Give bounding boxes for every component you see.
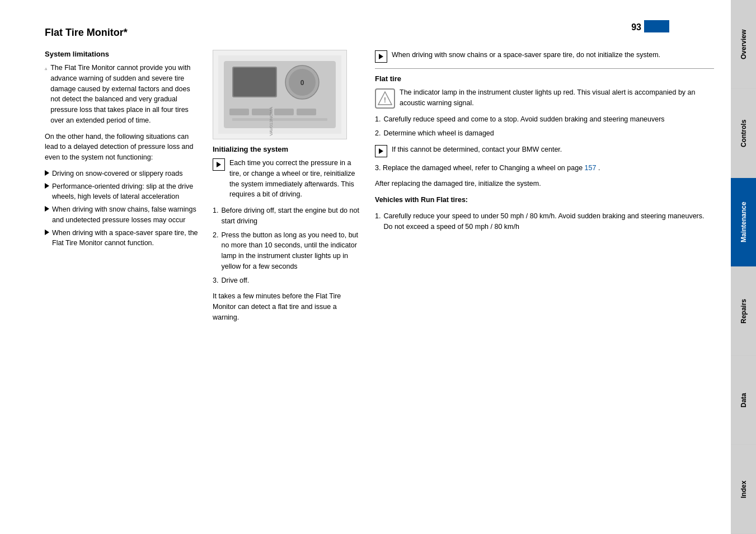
bullet-icon bbox=[45, 170, 49, 176]
footer-note: It takes a few minutes before the Flat T… bbox=[213, 291, 364, 322]
warning-text: The Flat Tire Monitor cannot provide you… bbox=[50, 63, 201, 126]
sidebar-tab-repairs-label: Repairs bbox=[740, 299, 748, 324]
page-number: 93 bbox=[631, 22, 641, 32]
sidebar-tab-controls[interactable]: Controls bbox=[731, 89, 756, 178]
flat-tire-heading: Flat tire bbox=[375, 74, 714, 83]
sidebar-tab-index[interactable]: Index bbox=[731, 445, 756, 534]
list-item-text: Performance-oriented driving: slip at th… bbox=[52, 181, 201, 203]
system-limitations-heading: System limitations bbox=[45, 50, 201, 58]
middle-column: 0 VAV013NCMA Initializing the system bbox=[213, 50, 364, 329]
main-content: 93 Flat Tire Monitor* System limitations… bbox=[0, 0, 731, 534]
sidebar-tab-overview[interactable]: Overview bbox=[731, 0, 756, 89]
sidebar-tab-index-label: Index bbox=[740, 480, 748, 498]
bullet-icon bbox=[45, 183, 49, 189]
contact-icon bbox=[375, 145, 387, 157]
sidebar-tab-repairs[interactable]: Repairs bbox=[731, 267, 756, 356]
sidebar-tab-controls-label: Controls bbox=[740, 119, 748, 147]
svg-rect-9 bbox=[229, 109, 249, 115]
flat-tire-icon: ! bbox=[375, 88, 395, 109]
list-item-text: When driving with a space-saver spare ti… bbox=[52, 228, 201, 249]
list-item: When driving with a space-saver spare ti… bbox=[45, 228, 201, 249]
init-note-block: Each time you correct the pressure in a … bbox=[213, 158, 364, 200]
init-steps-list: 1. Before driving off, start the engine … bbox=[213, 205, 364, 285]
instrument-image: 0 VAV013NCMA bbox=[213, 50, 347, 139]
bullet-icon bbox=[45, 229, 49, 235]
flat-tire-indicator-block: ! The indicator lamp in the instrument c… bbox=[375, 87, 714, 109]
sidebar-tab-data-label: Data bbox=[740, 393, 748, 407]
right-column: When driving with snow chains or a space… bbox=[375, 50, 714, 329]
svg-rect-11 bbox=[274, 109, 294, 115]
page-title: Flat Tire Monitor* bbox=[45, 27, 714, 39]
sidebar: Overview Controls Maintenance Repairs Da… bbox=[731, 0, 756, 534]
note-triangle bbox=[217, 162, 221, 167]
svg-rect-5 bbox=[233, 68, 276, 96]
image-label: VAV013NCMA bbox=[269, 107, 274, 136]
bullet-icon bbox=[45, 206, 49, 212]
contact-note-text: If this cannot be determined, contact yo… bbox=[392, 144, 562, 155]
init-step-3: 3. Drive off. bbox=[213, 275, 364, 286]
sidebar-tab-overview-label: Overview bbox=[740, 29, 748, 59]
initializing-heading: Initializing the system bbox=[213, 145, 364, 153]
note-triangle bbox=[379, 148, 383, 154]
sidebar-tab-data[interactable]: Data bbox=[731, 356, 756, 445]
svg-text:!: ! bbox=[384, 96, 386, 104]
bullet-list: Driving on snow-covered or slippery road… bbox=[45, 168, 201, 249]
flat-tire-note: The indicator lamp in the instrument clu… bbox=[400, 87, 714, 109]
sidebar-tab-maintenance[interactable]: Maintenance bbox=[731, 178, 756, 267]
list-item: When driving with snow chains, false war… bbox=[45, 204, 201, 226]
init-step-1: 1. Before driving off, start the engine … bbox=[213, 205, 364, 227]
init-step-2: 2. Press the button as long as you need … bbox=[213, 230, 364, 272]
note-icon bbox=[213, 158, 225, 171]
instrument-cluster-svg: 0 bbox=[218, 55, 341, 134]
list-item: Performance-oriented driving: slip at th… bbox=[45, 181, 201, 203]
list-item-text: Driving on snow-covered or slippery road… bbox=[52, 168, 182, 179]
list-item: Driving on snow-covered or slippery road… bbox=[45, 168, 201, 179]
init-note-text: Each time you correct the pressure in a … bbox=[229, 158, 364, 200]
run-flat-steps: 1. Carefully reduce your speed to under … bbox=[375, 211, 714, 232]
columns-layout: System limitations ! The Flat Tire Monit… bbox=[45, 50, 714, 329]
sidebar-tab-maintenance-label: Maintenance bbox=[740, 202, 748, 243]
warning-block: ! The Flat Tire Monitor cannot provide y… bbox=[45, 63, 201, 126]
page-link[interactable]: 157 bbox=[585, 164, 597, 172]
run-flat-title: Vehicles with Run Flat tires: bbox=[375, 195, 714, 205]
snow-chains-block: When driving with snow chains or a space… bbox=[375, 50, 714, 63]
list-item-text: When driving with snow chains, false war… bbox=[52, 204, 201, 226]
contact-note-block: If this cannot be determined, contact yo… bbox=[375, 144, 714, 157]
warning-icon: ! bbox=[45, 63, 47, 75]
step3-text: 3. Replace the damaged wheel, refer to C… bbox=[375, 163, 714, 174]
svg-text:0: 0 bbox=[300, 79, 304, 87]
accent-bar bbox=[644, 20, 669, 32]
flat-step-1: 1. Carefully reduce speed and come to a … bbox=[375, 114, 714, 125]
left-column: System limitations ! The Flat Tire Monit… bbox=[45, 50, 201, 329]
snow-chains-text: When driving with snow chains or a space… bbox=[392, 50, 660, 60]
page-container: 93 Flat Tire Monitor* System limitations… bbox=[0, 0, 756, 534]
flat-step-2: 2. Determine which wheel is damaged bbox=[375, 128, 714, 139]
divider bbox=[375, 68, 714, 69]
flat-tire-steps: 1. Carefully reduce speed and come to a … bbox=[375, 114, 714, 139]
note-triangle bbox=[379, 54, 383, 59]
svg-rect-13 bbox=[232, 118, 327, 121]
snow-chains-icon bbox=[375, 50, 387, 63]
svg-rect-12 bbox=[297, 109, 316, 115]
situations-paragraph: On the other hand, the following situati… bbox=[45, 132, 201, 163]
after-replace-text: After replacing the damaged tire, initia… bbox=[375, 179, 714, 189]
run-flat-step-1: 1. Carefully reduce your speed to under … bbox=[375, 211, 714, 232]
